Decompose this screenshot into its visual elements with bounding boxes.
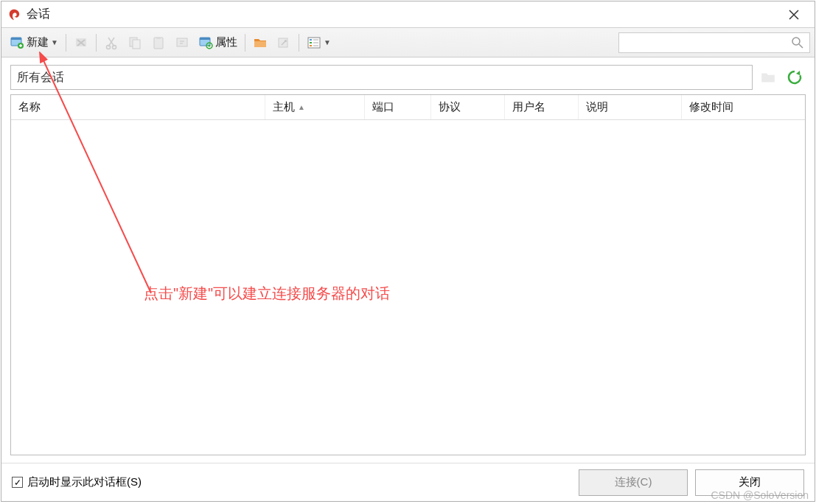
- toolbar-search[interactable]: [618, 32, 810, 53]
- folder-button[interactable]: [249, 32, 271, 54]
- session-dialog: 会话 新建 ▼: [1, 1, 815, 502]
- svg-point-5: [112, 45, 116, 49]
- cut-button[interactable]: [100, 32, 122, 54]
- path-row: 所有会话: [10, 65, 806, 90]
- titlebar: 会话: [1, 1, 815, 28]
- new-button[interactable]: 新建 ▼: [6, 32, 62, 54]
- search-icon: [790, 35, 805, 50]
- dropdown-arrow-icon: ▼: [324, 38, 331, 46]
- connect-button[interactable]: 连接(C): [579, 469, 688, 496]
- svg-rect-8: [154, 38, 163, 49]
- content-area: 所有会话 名称 主机▲ 端口 协议 用户名 说明 修改时间: [1, 57, 815, 463]
- toolbar-separator: [299, 34, 299, 52]
- svg-point-20: [792, 38, 800, 45]
- session-table: 名称 主机▲ 端口 协议 用户名 说明 修改时间: [10, 94, 806, 455]
- view-list-icon: [307, 35, 321, 50]
- table-body[interactable]: [11, 120, 805, 455]
- properties-button[interactable]: 属性: [195, 32, 241, 54]
- svg-rect-3: [76, 38, 86, 46]
- dropdown-arrow-icon: ▼: [51, 38, 58, 46]
- toolbar: 新建 ▼: [1, 28, 815, 57]
- path-folder-button[interactable]: [757, 66, 779, 88]
- rename-button[interactable]: [171, 32, 193, 54]
- window-title: 会话: [27, 7, 779, 22]
- new-session-icon: [10, 35, 24, 50]
- path-input[interactable]: 所有会话: [10, 65, 753, 90]
- show-on-startup-label: 启动时显示此对话框(S): [27, 475, 142, 489]
- properties-icon: [198, 35, 213, 50]
- close-window-button[interactable]: [779, 4, 809, 26]
- path-value: 所有会话: [17, 70, 64, 85]
- sort-asc-icon: ▲: [298, 103, 305, 111]
- svg-rect-1: [11, 38, 21, 40]
- column-username[interactable]: 用户名: [505, 95, 579, 119]
- paste-icon: [151, 35, 166, 50]
- delete-icon: [74, 35, 88, 50]
- table-header: 名称 主机▲ 端口 协议 用户名 说明 修改时间: [11, 95, 805, 120]
- cut-icon: [104, 35, 119, 50]
- svg-rect-18: [310, 42, 312, 43]
- copy-button[interactable]: [124, 32, 146, 54]
- svg-rect-12: [200, 38, 210, 40]
- column-description[interactable]: 说明: [579, 95, 682, 119]
- svg-point-4: [106, 45, 110, 49]
- column-modified[interactable]: 修改时间: [682, 95, 805, 119]
- column-protocol[interactable]: 协议: [431, 95, 505, 119]
- link-icon: [276, 35, 291, 50]
- copy-icon: [128, 35, 142, 50]
- properties-button-label: 属性: [215, 35, 237, 49]
- toolbar-separator: [245, 34, 245, 52]
- view-button[interactable]: ▼: [303, 32, 335, 54]
- toolbar-separator: [66, 34, 66, 52]
- rename-icon: [175, 35, 189, 50]
- link-button[interactable]: [273, 32, 295, 54]
- refresh-button[interactable]: [784, 66, 806, 88]
- app-icon: [7, 8, 21, 21]
- svg-rect-7: [133, 40, 140, 49]
- svg-rect-17: [310, 39, 312, 41]
- close-button[interactable]: 关闭: [695, 469, 804, 496]
- delete-button[interactable]: [70, 32, 92, 54]
- toolbar-separator: [96, 34, 97, 52]
- show-on-startup-checkbox[interactable]: ✓ 启动时显示此对话框(S): [12, 475, 142, 489]
- svg-rect-10: [177, 38, 187, 46]
- svg-rect-9: [156, 37, 161, 39]
- bottom-bar: ✓ 启动时显示此对话框(S) 连接(C) 关闭: [1, 463, 815, 501]
- new-button-label: 新建: [27, 35, 49, 49]
- svg-rect-6: [130, 38, 137, 46]
- checkbox-icon: ✓: [12, 477, 23, 488]
- svg-rect-19: [310, 45, 312, 46]
- column-host[interactable]: 主机▲: [265, 95, 365, 119]
- column-port[interactable]: 端口: [365, 95, 431, 119]
- svg-rect-15: [279, 38, 287, 47]
- column-name[interactable]: 名称: [11, 95, 265, 119]
- svg-point-14: [208, 44, 210, 46]
- paste-button[interactable]: [147, 32, 170, 54]
- folder-icon: [253, 35, 268, 50]
